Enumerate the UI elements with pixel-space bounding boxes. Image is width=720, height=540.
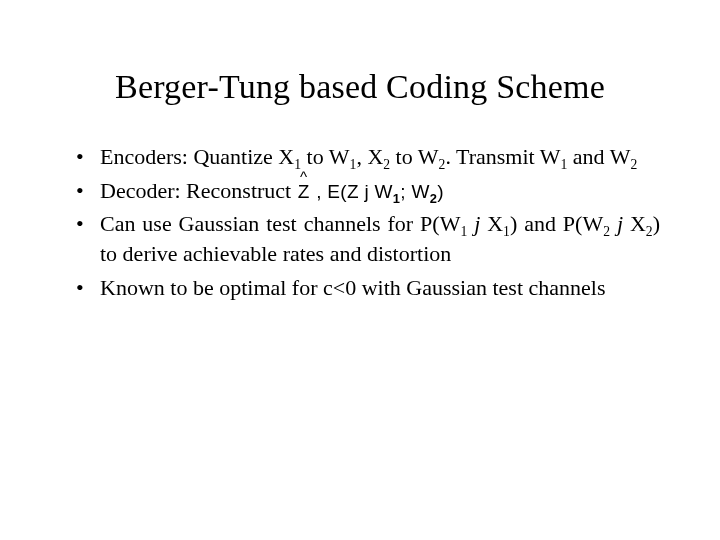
slide: Berger-Tung based Coding Scheme Encoders… xyxy=(0,0,720,540)
z-hat-symbol: Z xyxy=(297,179,311,205)
text: , xyxy=(311,181,328,202)
text xyxy=(610,211,617,236)
text: Encoders: Quantize X xyxy=(100,144,294,169)
text: Can use Gaussian test channels for P(W xyxy=(100,211,460,236)
text: E(Z j W xyxy=(327,181,392,202)
text: ) and P(W xyxy=(510,211,603,236)
bullet-optimal: Known to be optimal for c<0 with Gaussia… xyxy=(76,273,660,303)
text: and W xyxy=(567,144,630,169)
bullet-decoder: Decoder: Reconstruct Z , E(Z j W1; W2) xyxy=(76,176,660,206)
subscript: 2 xyxy=(630,157,637,172)
text: X xyxy=(480,211,503,236)
subscript: 1 xyxy=(503,225,510,240)
text: Known to be optimal for c<0 with Gaussia… xyxy=(100,275,605,300)
text: , X xyxy=(356,144,383,169)
text: ; W xyxy=(400,181,429,202)
subscript: 2 xyxy=(646,225,653,240)
text: ) xyxy=(437,181,444,202)
bullet-encoders: Encoders: Quantize X1 to W1, X2 to W2. T… xyxy=(76,142,660,172)
text: Decoder: Reconstruct xyxy=(100,178,297,203)
text: to W xyxy=(390,144,438,169)
text: . Transmit W xyxy=(445,144,560,169)
bullet-gaussian-channels: Can use Gaussian test channels for P(W1 … xyxy=(76,209,660,268)
text: X xyxy=(623,211,646,236)
text: to W xyxy=(301,144,349,169)
decoder-formula: Z , E(Z j W1; W2) xyxy=(297,181,444,202)
subscript: 2 xyxy=(603,225,610,240)
bullet-list: Encoders: Quantize X1 to W1, X2 to W2. T… xyxy=(56,142,664,306)
slide-title: Berger-Tung based Coding Scheme xyxy=(56,68,664,106)
